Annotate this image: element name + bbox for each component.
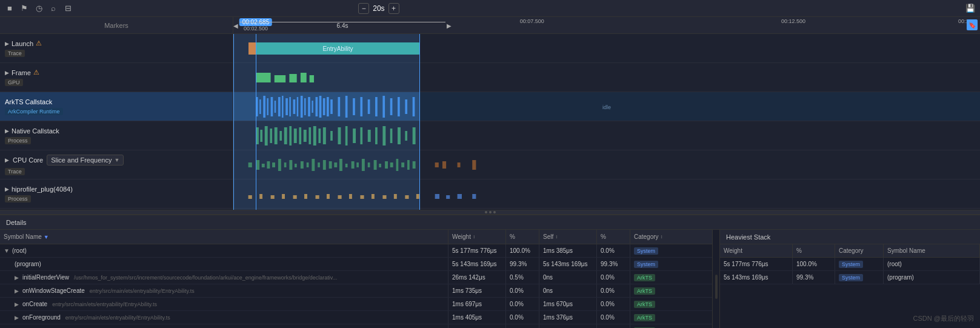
cpu-chevron[interactable]: ▶ <box>5 157 9 163</box>
td-initial-weight: 26ms 142μs <box>448 271 506 284</box>
filter-icon-symbol[interactable]: ▼ <box>44 234 49 240</box>
markers-label-area: Markers <box>0 17 233 33</box>
zoom-in-button[interactable]: + <box>388 3 399 14</box>
hiprofiler-chevron[interactable]: ▶ <box>5 186 9 192</box>
svg-rect-117 <box>458 194 462 199</box>
oncreate-cat-badge[interactable]: ArkTS <box>634 301 655 308</box>
slice-frequency-dropdown[interactable]: Slice and Frequency ▼ <box>47 155 124 166</box>
frame-chevron[interactable]: ▶ <box>5 70 9 76</box>
program-cat-badge[interactable]: System <box>634 261 658 268</box>
track-visuals: EntryAbility <box>233 34 980 210</box>
cursor-line <box>256 34 256 210</box>
resize-dot-3 <box>493 211 496 213</box>
launch-name: Launch <box>12 40 33 47</box>
onforeground-cat-badge[interactable]: ArkTS <box>634 314 655 321</box>
native-badge[interactable]: Process <box>5 137 31 144</box>
selection-width: 6.4s <box>335 22 351 29</box>
sort-weight-icon[interactable]: ↕ <box>473 234 475 239</box>
resize-handle[interactable] <box>0 210 980 215</box>
td-entryability-weight: 1ms 97μs <box>448 324 506 328</box>
stop-icon[interactable]: ■ <box>5 4 15 13</box>
track-label-cpu: ▶ CPU Core Slice and Frequency ▼ Trace <box>0 150 233 179</box>
table-row-initial-render[interactable]: ▶ initialRenderView /usr/hmos_for_system… <box>0 271 712 284</box>
svg-rect-96 <box>442 161 446 169</box>
onforeground-expand[interactable]: ▶ <box>15 315 19 321</box>
table-row-root[interactable]: ▼ (root) 5s 177ms 776μs 100.0% 1ms 385μs… <box>0 244 712 258</box>
td-root-pct: 100.0% <box>506 244 539 257</box>
hs-td-program-pct: 99.3% <box>793 271 835 284</box>
selection-range-indicator: ◀ 6.4s ▶ <box>233 22 452 29</box>
root-expand[interactable]: ▼ <box>4 247 10 254</box>
hs-row-root[interactable]: 5s 177ms 776μs 100.0% System (root) <box>720 258 980 271</box>
details-table: Symbol Name ▼ Weight ↕ % Self ↕ % <box>0 230 712 328</box>
save-button[interactable]: 💾 <box>965 4 975 13</box>
sort-self-icon[interactable]: ↕ <box>555 234 558 239</box>
flag-icon[interactable]: ⚑ <box>19 4 29 13</box>
zoom-out-button[interactable]: − <box>358 3 369 14</box>
hs-td-root-pct: 100.0% <box>793 258 835 270</box>
timeline-header: Markers 00:02.685 00:02.500 ◀ 6.4s ▶ 00:… <box>0 17 980 34</box>
initial-expand[interactable]: ▶ <box>15 275 19 281</box>
table-header: Symbol Name ▼ Weight ↕ % Self ↕ % <box>0 230 712 244</box>
td-initial-pct: 0.5% <box>506 271 539 284</box>
root-cat-badge[interactable]: System <box>634 247 658 255</box>
bookmark-button[interactable]: 🔖 <box>967 19 978 30</box>
td-oncreate-cat: ArkTS <box>630 298 697 310</box>
svg-rect-98 <box>472 160 476 170</box>
window-cat-badge[interactable]: ArkTS <box>634 287 655 295</box>
details-title: Details <box>6 219 27 226</box>
svg-rect-116 <box>446 195 450 199</box>
cpu-badge[interactable]: Trace <box>5 168 25 175</box>
table-row-window-stage[interactable]: ▶ onWindowStageCreate entry/src/main/ets… <box>0 284 712 298</box>
oncreate-expand[interactable]: ▶ <box>15 301 19 307</box>
native-chevron[interactable]: ▶ <box>5 128 9 134</box>
td-oncreate-symbol: ▶ onCreate entry/src/main/ets/entryabili… <box>0 298 448 310</box>
svg-rect-97 <box>458 162 461 167</box>
native-name: Native Callstack <box>12 127 59 135</box>
cpu-name: CPU Core <box>13 156 43 164</box>
track-label-native: ▶ Native Callstack Process <box>0 121 233 150</box>
launch-chevron[interactable]: ▶ <box>5 41 9 47</box>
filter-icon[interactable]: ⊟ <box>63 4 73 13</box>
table-row-entryability[interactable]: ▶ EntryAbility entry/src/main/ets/entrya… <box>0 324 712 328</box>
markers-label: Markers <box>104 22 128 29</box>
table-row-onforeground[interactable]: ▶ onForeground entry/src/main/ets/entrya… <box>0 311 712 324</box>
launch-badge[interactable]: Trace <box>5 50 25 57</box>
td-root-self: 1ms 385μs <box>539 244 597 257</box>
td-oncreate-self: 1ms 670μs <box>539 298 597 310</box>
details-content: Symbol Name ▼ Weight ↕ % Self ↕ % <box>0 230 980 328</box>
td-window-symbol: ▶ onWindowStageCreate entry/src/main/ets… <box>0 284 448 297</box>
hiprofiler-badge[interactable]: Process <box>5 195 31 202</box>
left-panel: ▶ Launch ⚠ Trace ▶ Frame ⚠ GPU ArkTS Cal… <box>0 34 233 210</box>
sort-cat-icon[interactable]: ↕ <box>661 234 663 239</box>
hs-row-program[interactable]: 5s 143ms 169μs 99.3% System (program) <box>720 271 980 284</box>
hs-program-cat-badge[interactable]: System <box>839 274 863 281</box>
td-initial-self: 0ns <box>539 271 597 284</box>
record-icon[interactable]: ◷ <box>34 4 44 13</box>
th-pct2: % <box>597 230 630 244</box>
initial-cat-badge[interactable]: ArkTS <box>634 274 655 281</box>
hs-td-root-cat: System <box>835 258 884 270</box>
window-expand[interactable]: ▶ <box>15 288 19 294</box>
hs-td-program-sym: (program) <box>884 271 980 284</box>
resize-dot-1 <box>485 211 487 213</box>
frame-badge[interactable]: GPU <box>5 79 23 86</box>
table-row-program[interactable]: (program) 5s 143ms 169μs 99.3% 5s 143ms … <box>0 258 712 271</box>
td-entryability-pct: 0.0% <box>506 324 539 328</box>
window-path: entry/src/main/ets/entryability/EntryAbi… <box>90 288 195 294</box>
track-label-launch: ▶ Launch ⚠ Trace <box>0 34 233 63</box>
middle-scrollbar[interactable] <box>712 230 719 328</box>
hs-root-cat-badge[interactable]: System <box>839 261 863 268</box>
hs-th-pct: % <box>793 244 835 257</box>
td-onforeground-weight: 1ms 405μs <box>448 311 506 324</box>
heaviest-stack-header: Heaviest Stack <box>720 230 980 244</box>
table-row-oncreate[interactable]: ▶ onCreate entry/src/main/ets/entryabili… <box>0 298 712 311</box>
td-program-pct: 99.3% <box>506 258 539 270</box>
td-entryability-cat: ArkTS <box>630 324 697 328</box>
arkts-badge[interactable]: ArkCompiler Runtime <box>5 108 63 115</box>
svg-rect-95 <box>435 162 439 167</box>
th-weight: Weight ↕ <box>448 230 506 244</box>
watermark: CSDN @最后的轻羽 <box>913 314 974 323</box>
search-icon[interactable]: ⌕ <box>48 4 58 13</box>
td-onforeground-pct2: 0.0% <box>597 311 630 324</box>
